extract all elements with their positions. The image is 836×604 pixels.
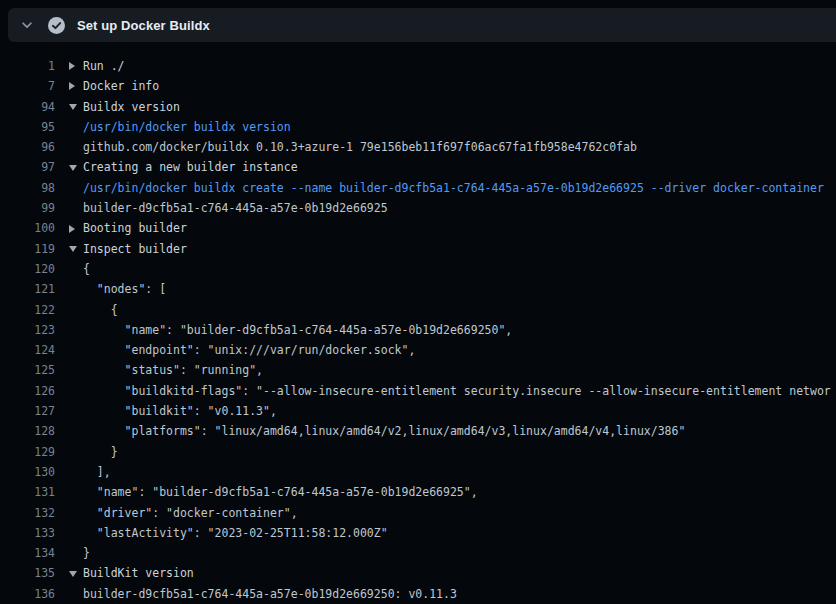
output-text: "driver": "docker-container", — [83, 503, 836, 523]
line-number[interactable]: 1 — [0, 56, 55, 76]
group-expanded-icon[interactable] — [55, 563, 83, 583]
line-number[interactable]: 97 — [0, 157, 55, 177]
group-title[interactable]: Booting builder — [83, 218, 836, 238]
output-text: "name": "builder-d9cfb5a1-c764-445a-a57e… — [83, 482, 836, 502]
group-title[interactable]: BuildKit version — [83, 563, 836, 583]
output-text: github.com/docker/buildx 0.10.3+azure-1 … — [83, 137, 836, 157]
line-number[interactable]: 129 — [0, 442, 55, 462]
line-number[interactable]: 127 — [0, 401, 55, 421]
marker-spacer — [55, 320, 83, 340]
output-text: builder-d9cfb5a1-c764-445a-a57e-0b19d2e6… — [83, 198, 836, 218]
group-expanded-icon[interactable] — [55, 157, 83, 177]
log-line: 95/usr/bin/docker buildx version — [0, 117, 836, 137]
command-text: /usr/bin/docker buildx create --name bui… — [83, 178, 836, 198]
log-line: 121 "nodes": [ — [0, 279, 836, 299]
log-line: 127 "buildkit": "v0.11.3", — [0, 401, 836, 421]
log-line: 126 "buildkitd-flags": "--allow-insecure… — [0, 381, 836, 401]
output-text: } — [83, 543, 836, 563]
marker-spacer — [55, 300, 83, 320]
command-text: /usr/bin/docker buildx version — [83, 117, 836, 137]
line-number[interactable]: 94 — [0, 97, 55, 117]
log-line: 129 } — [0, 442, 836, 462]
line-number[interactable]: 131 — [0, 482, 55, 502]
log-line: 97Creating a new builder instance — [0, 157, 836, 177]
line-number[interactable]: 95 — [0, 117, 55, 137]
marker-spacer — [55, 178, 83, 198]
line-number[interactable]: 122 — [0, 300, 55, 320]
line-number[interactable]: 123 — [0, 320, 55, 340]
line-number[interactable]: 119 — [0, 239, 55, 259]
marker-spacer — [55, 584, 83, 604]
output-text: "nodes": [ — [83, 279, 836, 299]
triangle-icon — [69, 165, 77, 171]
line-number[interactable]: 99 — [0, 198, 55, 218]
line-number[interactable]: 124 — [0, 340, 55, 360]
log-line: 98/usr/bin/docker buildx create --name b… — [0, 178, 836, 198]
log-line: 133 "lastActivity": "2023-02-25T11:58:12… — [0, 523, 836, 543]
marker-spacer — [55, 462, 83, 482]
marker-spacer — [55, 137, 83, 157]
marker-spacer — [55, 340, 83, 360]
group-title[interactable]: Creating a new builder instance — [83, 157, 836, 177]
output-text: builder-d9cfb5a1-c764-445a-a57e-0b19d2e6… — [83, 584, 836, 604]
marker-spacer — [55, 259, 83, 279]
step-header[interactable]: Set up Docker Buildx — [8, 8, 836, 42]
log-line: 7Docker info — [0, 76, 836, 96]
log-line: 134} — [0, 543, 836, 563]
log-line: 131 "name": "builder-d9cfb5a1-c764-445a-… — [0, 482, 836, 502]
output-text: { — [83, 259, 836, 279]
group-expanded-icon[interactable] — [55, 97, 83, 117]
marker-spacer — [55, 401, 83, 421]
log-line: 96github.com/docker/buildx 0.10.3+azure-… — [0, 137, 836, 157]
line-number[interactable]: 135 — [0, 563, 55, 583]
group-collapsed-icon[interactable] — [55, 56, 83, 76]
group-title[interactable]: Buildx version — [83, 97, 836, 117]
line-number[interactable]: 100 — [0, 218, 55, 238]
output-text: "platforms": "linux/amd64,linux/amd64/v2… — [83, 421, 836, 441]
marker-spacer — [55, 117, 83, 137]
output-text: } — [83, 442, 836, 462]
line-number[interactable]: 133 — [0, 523, 55, 543]
line-number[interactable]: 128 — [0, 421, 55, 441]
step-title: Set up Docker Buildx — [77, 18, 210, 33]
output-text: ], — [83, 462, 836, 482]
group-expanded-icon[interactable] — [55, 239, 83, 259]
log-line: 124 "endpoint": "unix:///var/run/docker.… — [0, 340, 836, 360]
output-text: "buildkit": "v0.11.3", — [83, 401, 836, 421]
marker-spacer — [55, 442, 83, 462]
chevron-down-icon[interactable] — [19, 17, 35, 33]
marker-spacer — [55, 421, 83, 441]
line-number[interactable]: 98 — [0, 178, 55, 198]
log-line: 136builder-d9cfb5a1-c764-445a-a57e-0b19d… — [0, 584, 836, 604]
line-number[interactable]: 130 — [0, 462, 55, 482]
output-text: "buildkitd-flags": "--allow-insecure-ent… — [83, 381, 836, 401]
line-number[interactable]: 134 — [0, 543, 55, 563]
line-number[interactable]: 96 — [0, 137, 55, 157]
marker-spacer — [55, 279, 83, 299]
line-number[interactable]: 125 — [0, 360, 55, 380]
line-number[interactable]: 7 — [0, 76, 55, 96]
triangle-icon — [69, 104, 77, 110]
group-title[interactable]: Inspect builder — [83, 239, 836, 259]
group-collapsed-icon[interactable] — [55, 218, 83, 238]
marker-spacer — [55, 503, 83, 523]
line-number[interactable]: 120 — [0, 259, 55, 279]
group-collapsed-icon[interactable] — [55, 76, 83, 96]
log-line: 1Run ./ — [0, 56, 836, 76]
line-number[interactable]: 126 — [0, 381, 55, 401]
marker-spacer — [55, 381, 83, 401]
line-number[interactable]: 132 — [0, 503, 55, 523]
line-number[interactable]: 121 — [0, 279, 55, 299]
output-text: { — [83, 300, 836, 320]
triangle-icon — [69, 82, 75, 90]
output-text: "endpoint": "unix:///var/run/docker.sock… — [83, 340, 836, 360]
group-title[interactable]: Docker info — [83, 76, 836, 96]
marker-spacer — [55, 523, 83, 543]
group-title[interactable]: Run ./ — [83, 56, 836, 76]
log-line: 132 "driver": "docker-container", — [0, 503, 836, 523]
log-line: 123 "name": "builder-d9cfb5a1-c764-445a-… — [0, 320, 836, 340]
output-text: "lastActivity": "2023-02-25T11:58:12.000… — [83, 523, 836, 543]
line-number[interactable]: 136 — [0, 584, 55, 604]
log-line: 119Inspect builder — [0, 239, 836, 259]
triangle-icon — [69, 571, 77, 577]
